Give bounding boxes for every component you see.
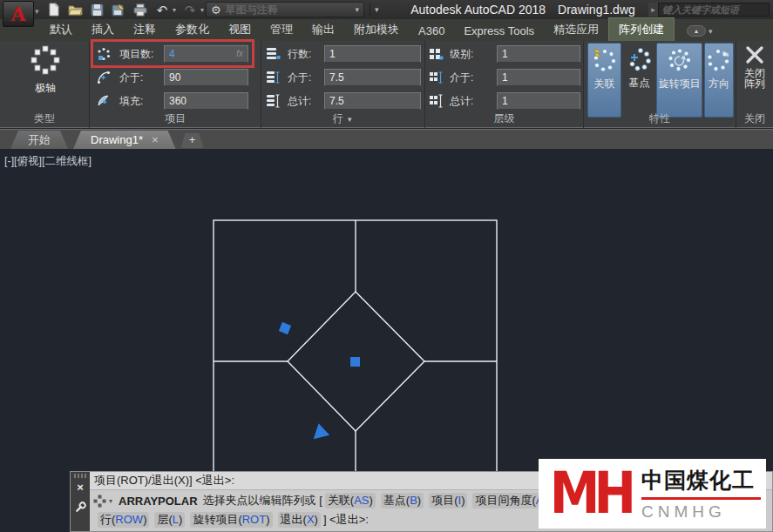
tab-parametric[interactable]: 参数化 (166, 18, 219, 41)
tab-a360[interactable]: A360 (409, 21, 454, 41)
file-tab-start[interactable]: 开始 (10, 131, 68, 149)
angle-between-label: 介于: (119, 71, 143, 85)
command-dock-rail: × (71, 472, 90, 531)
workspace-switcher[interactable]: ⚙ 草图与注释 ▾ (206, 2, 364, 17)
row-count-icon (266, 47, 281, 61)
panel-properties-label: 特性 (584, 111, 736, 126)
rotate-items-toggle-button[interactable]: 旋转项目 (656, 43, 702, 118)
tab-view[interactable]: 视图 (219, 18, 261, 41)
tab-default[interactable]: 默认 (40, 18, 82, 41)
undo-dropdown-icon[interactable]: ▾ (173, 6, 176, 14)
arraypolar-command-icon (93, 495, 106, 508)
fill-angle-icon (97, 94, 111, 108)
file-name: Drawing1.dwg (558, 3, 635, 17)
chevron-down-icon: ▾ (355, 5, 359, 14)
tab-insert[interactable]: 插入 (82, 18, 124, 41)
grip-direction-arrow[interactable] (310, 421, 329, 439)
tab-array-creation[interactable]: 阵列创建 (608, 17, 675, 41)
tab-manage[interactable]: 管理 (261, 18, 302, 41)
ribbon-tab-bar: 默认 插入 注释 参数化 视图 管理 输出 附加模块 A360 Express … (0, 19, 773, 41)
items-count-icon (97, 47, 111, 61)
panel-rows: 行数: 1 介于: 7.5 总计: (261, 41, 425, 128)
row-total-field[interactable]: 7.5 (324, 92, 421, 110)
tab-output[interactable]: 输出 (302, 18, 344, 41)
option-base-point[interactable]: 基点(B) (381, 493, 424, 508)
level-between-label: 介于: (450, 71, 473, 85)
panel-levels: 级别: 1 介于: 1 总计: (425, 41, 584, 128)
row-count-field[interactable]: 1 (324, 45, 421, 63)
app-logo[interactable]: A (3, 1, 34, 27)
base-point-toggle-button[interactable]: 基点 (625, 43, 654, 118)
dock-drag-handle[interactable] (74, 474, 86, 478)
search-go-button[interactable]: ▸ (648, 3, 658, 17)
save-icon[interactable] (89, 2, 105, 17)
row-between-label: 介于: (288, 71, 311, 85)
title-bar: ↶ ▾ ↷ ▾ ⚙ 草图与注释 ▾ ▾ Autodesk AutoCAD 201… (0, 0, 773, 19)
watermark: MH 中国煤化工 CNMHG (539, 459, 766, 529)
fill-angle-label: 填充: (119, 94, 143, 109)
fill-angle-field[interactable]: 360 (164, 92, 248, 110)
watermark-subtitle: CNMHG (641, 502, 761, 522)
watermark-logo: MH (539, 456, 641, 530)
file-tab-close-icon[interactable]: × (152, 133, 159, 146)
grip-base-point[interactable] (350, 357, 360, 367)
option-levels[interactable]: 层(L) (154, 512, 185, 528)
fx-expression-icon[interactable]: fx (236, 46, 243, 62)
tab-express-tools[interactable]: Express Tools (454, 21, 544, 41)
customize-wrench-icon[interactable] (73, 501, 87, 515)
row-total-icon (266, 94, 281, 108)
file-tab-drawing1[interactable]: Drawing1* × (73, 131, 176, 149)
polar-array-button[interactable]: 极轴 (16, 44, 75, 111)
option-exit[interactable]: 退出(X) (278, 512, 321, 528)
command-close-icon[interactable]: × (77, 480, 84, 495)
plot-icon[interactable] (132, 2, 148, 17)
close-array-button[interactable]: 关闭 阵列 (738, 44, 771, 112)
search-input[interactable]: 键入关键字或短语 (658, 3, 770, 17)
tab-annotate[interactable]: 注释 (124, 18, 166, 41)
new-drawing-tab-button[interactable]: + (181, 133, 204, 148)
level-count-label: 级别: (450, 47, 473, 62)
open-file-icon[interactable] (67, 2, 83, 17)
tab-addins[interactable]: 附加模块 (344, 18, 409, 41)
option-rows[interactable]: 行(ROW) (98, 512, 149, 528)
tab-featured-apps[interactable]: 精选应用 (544, 18, 608, 41)
direction-toggle-button[interactable]: 方向 (704, 43, 734, 118)
undo-icon[interactable]: ↶ (154, 2, 170, 17)
qat-customize-button[interactable]: ▾ (370, 3, 379, 16)
ribbon-minimize-button[interactable]: ▴ ▾ (687, 25, 713, 37)
save-as-icon[interactable] (111, 2, 126, 17)
new-file-icon[interactable] (45, 2, 61, 17)
file-tab-bar: 开始 Drawing1* × + (0, 129, 773, 149)
command-prompt-suffix: ] <退出>: (323, 512, 369, 528)
option-rotate-items[interactable]: 旋转项目(ROT) (190, 512, 272, 528)
panel-items: 项目数: 4 fx 介于: 90 (90, 41, 261, 128)
level-between-field[interactable]: 1 (497, 69, 580, 86)
close-icon (744, 44, 765, 65)
items-count-field[interactable]: 4 fx (164, 45, 248, 63)
panel-items-label: 项目 (90, 111, 261, 126)
panel-type: 极轴 类型 (0, 41, 90, 128)
viewport-controls[interactable]: [-][俯视][二维线框] (4, 154, 92, 169)
option-associative[interactable]: 关联(AS) (325, 493, 376, 508)
level-total-field[interactable]: 1 (497, 92, 580, 110)
panel-rows-caret-icon: ▼ (346, 116, 353, 124)
row-count-label: 行数: (288, 47, 311, 62)
command-options-caret-icon[interactable]: ▾ (109, 497, 112, 505)
associative-toggle-button[interactable]: 关联 (587, 43, 621, 118)
app-menu-caret-icon[interactable]: ▾ (35, 7, 39, 16)
row-between-field[interactable]: 7.5 (324, 69, 421, 86)
redo-dropdown-icon: ▾ (200, 6, 204, 14)
minimize-ribbon-icon: ▴ (687, 25, 706, 37)
row-total-label: 总计: (288, 94, 311, 109)
watermark-rule (641, 497, 761, 500)
angle-between-icon (97, 71, 111, 84)
panel-properties: 关联 基点 旋转项目 (584, 41, 736, 128)
angle-between-field[interactable]: 90 (164, 69, 248, 86)
workspace-label: 草图与注释 (226, 3, 351, 17)
option-items[interactable]: 项目(I) (429, 493, 467, 508)
level-count-field[interactable]: 1 (497, 45, 580, 63)
grip-item-rotated[interactable] (279, 322, 291, 334)
rotate-items-icon (667, 47, 693, 73)
panel-rows-label[interactable]: 行 ▼ (261, 111, 424, 126)
level-total-icon (429, 94, 444, 108)
